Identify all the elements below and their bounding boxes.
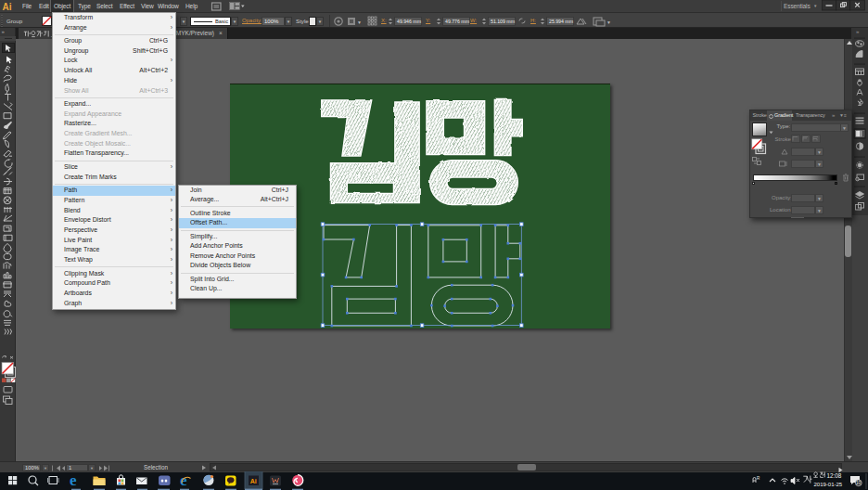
svg-text:2019-01-25: 2019-01-25 xyxy=(814,481,843,486)
svg-text:e: e xyxy=(70,471,77,489)
svg-text:▼: ▼ xyxy=(357,19,362,25)
svg-text:e: e xyxy=(180,471,187,489)
svg-text:10: 10 xyxy=(856,481,862,485)
svg-text:Ai: Ai xyxy=(250,477,257,484)
svg-text:R: R xyxy=(757,476,760,481)
svg-text:12:08: 12:08 xyxy=(827,471,842,478)
svg-text:▼: ▼ xyxy=(606,19,611,25)
